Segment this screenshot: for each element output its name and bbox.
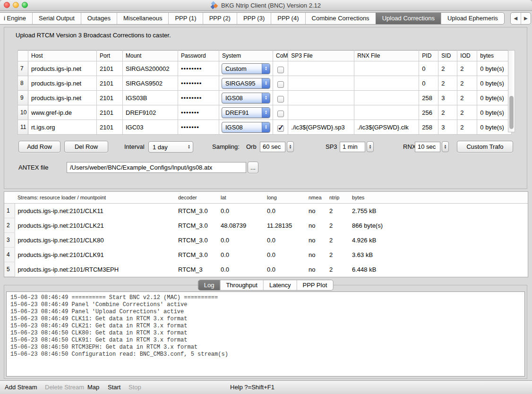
col-rnx-file[interactable]: RNX File <box>354 51 419 61</box>
tab-log[interactable]: Log <box>198 280 220 290</box>
iod-cell[interactable]: 2 <box>457 76 477 91</box>
decoder-cell[interactable]: RTCM_3.0 <box>175 248 218 262</box>
tab-latency[interactable]: Latency <box>263 280 297 290</box>
sp3-stepper[interactable]: ▲▼ <box>367 141 374 152</box>
iod-cell[interactable]: 2 <box>457 91 477 105</box>
system-dropdown[interactable]: IGS08▲▼ <box>222 93 270 103</box>
sid-cell[interactable]: 2 <box>438 61 457 76</box>
rnx-cell[interactable]: ./ic3${GPSWD}.clk <box>354 120 419 135</box>
mount-cell[interactable]: SIRGAS9502 <box>123 76 178 91</box>
com-checkbox[interactable] <box>277 67 284 73</box>
system-dropdown[interactable]: SIRGAS95▲▼ <box>222 78 270 89</box>
col-com[interactable]: CoM <box>273 51 288 61</box>
lat-cell[interactable]: 48.08739 <box>218 218 264 233</box>
delete-stream-action[interactable]: Delete Stream <box>45 381 84 394</box>
port-cell[interactable]: 2101 <box>97 120 123 135</box>
col-mount[interactable]: Mount <box>123 51 178 61</box>
ntrip-cell[interactable]: 2 <box>326 218 349 233</box>
mountpoint-cell[interactable]: products.igs-ip.net:2101/CLK21 <box>15 218 175 233</box>
sid-cell[interactable]: 2 <box>438 105 457 120</box>
sp3-cell[interactable] <box>288 105 354 120</box>
tab-miscellaneous[interactable]: Miscellaneous <box>117 13 168 24</box>
iod-cell[interactable]: 2 <box>457 61 477 76</box>
col-sp3-file[interactable]: SP3 File <box>288 51 354 61</box>
sp3-cell[interactable]: ./ic3${GPSWD}.sp3 <box>288 120 354 135</box>
pid-cell[interactable]: 0 <box>419 76 438 91</box>
row-number[interactable]: 10 <box>18 105 28 120</box>
mountpoint-cell[interactable]: products.igs-ip.net:2101/CLK91 <box>15 248 175 262</box>
ntrip-cell[interactable]: 2 <box>326 233 349 248</box>
antex-file-input[interactable]: /Users/weber/BNC/Example_Configs/Input/i… <box>67 162 246 173</box>
mount-cell[interactable]: IGS03B <box>123 91 178 105</box>
tab-upload-corrections[interactable]: Upload Corrections <box>376 13 441 24</box>
sid-cell[interactable]: 2 <box>438 76 457 91</box>
com-checkbox[interactable] <box>277 125 284 132</box>
col-lat[interactable]: lat <box>218 192 264 204</box>
lat-cell[interactable]: 0.0 <box>218 233 264 248</box>
mountpoint-cell[interactable]: products.igs-ip.net:2101/CLK11 <box>15 204 175 218</box>
long-cell[interactable]: 11.28135 <box>264 218 306 233</box>
long-cell[interactable]: 0.0 <box>264 248 306 262</box>
col-password[interactable]: Password <box>178 51 219 61</box>
com-checkbox[interactable] <box>277 81 284 88</box>
pid-cell[interactable]: 0 <box>419 61 438 76</box>
port-cell[interactable]: 2101 <box>97 61 123 76</box>
sp3-cell[interactable] <box>288 61 354 76</box>
long-cell[interactable]: 0.0 <box>264 233 306 248</box>
port-cell[interactable]: 2101 <box>97 76 123 91</box>
sp3-cell[interactable] <box>288 91 354 105</box>
col-pid[interactable]: PID <box>419 51 438 61</box>
tab-ppp-3[interactable]: PPP (3) <box>237 13 271 24</box>
lat-cell[interactable]: 0.0 <box>218 262 264 277</box>
tab-feed-engine[interactable]: i Engine <box>0 13 32 24</box>
host-cell[interactable]: products.igs-ip.net <box>28 91 97 105</box>
rnx-cell[interactable] <box>354 61 419 76</box>
col-nmea[interactable]: nmea <box>306 192 326 204</box>
port-cell[interactable]: 2101 <box>97 91 123 105</box>
add-row-button[interactable]: Add Row <box>18 141 60 153</box>
custom-trafo-button[interactable]: Custom Trafo <box>457 141 513 153</box>
del-row-button[interactable]: Del Row <box>64 141 108 153</box>
rnx-cell[interactable] <box>354 91 419 105</box>
col-long[interactable]: long <box>264 192 306 204</box>
mountpoint-cell[interactable]: products.igs-ip.net:2101/CLK80 <box>15 233 175 248</box>
password-cell[interactable]: ••••••• <box>178 120 219 135</box>
lat-cell[interactable]: 0.0 <box>218 248 264 262</box>
row-number[interactable]: 9 <box>18 91 28 105</box>
stop-action[interactable]: Stop <box>129 381 141 394</box>
ntrip-cell[interactable]: 2 <box>326 262 349 277</box>
tab-combine-corrections[interactable]: Combine Corrections <box>305 13 376 24</box>
long-cell[interactable]: 0.0 <box>264 204 306 218</box>
antex-browse-button[interactable]: ... <box>248 162 258 173</box>
row-number[interactable]: 4 <box>4 248 15 262</box>
mount-cell[interactable]: SIRGAS200002 <box>123 61 178 76</box>
decoder-cell[interactable]: RTCM_3.0 <box>175 218 218 233</box>
col-ntrip[interactable]: ntrip <box>326 192 349 204</box>
host-cell[interactable]: www.gref-ip.de <box>28 105 97 120</box>
tab-ppp-4[interactable]: PPP (4) <box>271 13 305 24</box>
ntrip-cell[interactable]: 2 <box>326 248 349 262</box>
long-cell[interactable]: 0.0 <box>264 262 306 277</box>
nmea-cell[interactable]: no <box>306 262 326 277</box>
col-mountpoint[interactable]: Streams: resource loader / mountpoint <box>15 192 175 204</box>
row-number[interactable]: 11 <box>18 120 28 135</box>
row-number[interactable]: 5 <box>4 262 15 277</box>
nmea-cell[interactable]: no <box>306 233 326 248</box>
row-number[interactable]: 2 <box>4 218 15 233</box>
password-cell[interactable]: •••••••• <box>178 76 219 91</box>
rnx-sampling-field[interactable]: 10 sec <box>415 142 440 152</box>
col-bytes[interactable]: bytes <box>477 51 512 61</box>
com-checkbox[interactable] <box>277 111 284 117</box>
col-decoder[interactable]: decoder <box>175 192 218 204</box>
start-action[interactable]: Start <box>108 381 120 394</box>
nmea-cell[interactable]: no <box>306 204 326 218</box>
rnx-stepper[interactable]: ▲▼ <box>442 141 449 152</box>
col-system[interactable]: System <box>219 51 273 61</box>
sp3-sampling-field[interactable]: 1 min <box>340 142 365 152</box>
mount-cell[interactable]: IGC03 <box>123 120 178 135</box>
tab-outages[interactable]: Outages <box>81 13 117 24</box>
host-cell[interactable]: rt.igs.org <box>28 120 97 135</box>
pid-cell[interactable]: 258 <box>419 91 438 105</box>
scrollbar-thumb[interactable] <box>509 96 514 129</box>
password-cell[interactable]: ••••••• <box>178 105 219 120</box>
